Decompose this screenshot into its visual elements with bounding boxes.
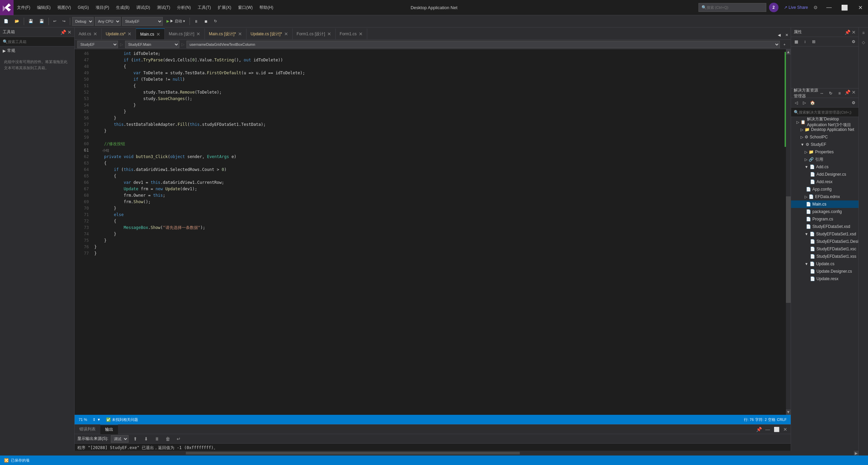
tree-dataset1-xsc[interactable]: 📄 StudyEFDataSet1.xsc [791, 245, 859, 253]
tree-add-designer[interactable]: 📄 Add.Designer.cs [791, 171, 859, 178]
open-button[interactable]: 📂 [12, 17, 22, 26]
toolbox-category-general[interactable]: ▶ 常规 [0, 46, 74, 55]
right-strip-btn-2[interactable]: ◇ [860, 38, 868, 46]
menu-git[interactable]: Git(G) [74, 0, 92, 15]
tree-schoolpc[interactable]: ▷ ⚙ SchoolPC [791, 133, 859, 141]
solution-search-input[interactable] [799, 110, 856, 114]
pin-icon[interactable]: 📌 [60, 30, 66, 35]
se-filter-button[interactable]: ≡ [836, 90, 843, 97]
code-lines[interactable]: int idToDelete; if (int.TryParse(dev1.Ce… [92, 49, 786, 415]
tree-dataset1-xss[interactable]: 📄 StudyEFDataSet1.xss [791, 253, 859, 260]
se-sync-button[interactable]: ↔ [818, 90, 826, 97]
tab-main-design[interactable]: Main.cs [设计] ✕ [165, 28, 205, 39]
class-dropdown[interactable]: StudyEF [77, 41, 118, 48]
scroll-thumb[interactable] [786, 196, 791, 303]
tree-solution-node[interactable]: ▷ 📋 解决方案'Desktop Application Net'(3个项目 [791, 118, 859, 126]
tab-update-cs-close[interactable]: ✕ [127, 31, 132, 37]
undo-button[interactable]: ↩ [51, 17, 59, 26]
menu-build[interactable]: 生成(B) [113, 0, 133, 15]
se-toolbar-settings[interactable]: ⚙ [850, 99, 857, 106]
tree-appconfig[interactable]: 📄 App.config [791, 186, 859, 193]
method-dropdown[interactable]: StudyEF.Main [125, 41, 179, 48]
redo-button[interactable]: ↪ [60, 17, 68, 26]
se-refresh-button[interactable]: ↻ [827, 90, 834, 97]
tab-update-cs[interactable]: Update.cs* ✕ [102, 28, 136, 39]
output-word-wrap-button[interactable]: ↵ [175, 435, 183, 443]
tree-add-cs[interactable]: ▼ 📄 Add.cs [791, 163, 859, 171]
tab-main-cs[interactable]: Main.cs ✕ [136, 28, 164, 39]
global-search-box[interactable]: 🔍 [698, 3, 766, 12]
right-strip-btn-1[interactable]: ≡ [860, 29, 868, 37]
properties-pin-icon[interactable]: 📌 [845, 30, 850, 35]
toolbar-btn-2[interactable]: ⏹ [202, 17, 210, 26]
notification-badge[interactable]: 2 [769, 3, 778, 12]
scroll-up-button[interactable]: ▲ [786, 49, 791, 55]
se-toolbar-forward[interactable]: ▷ [801, 99, 808, 106]
tab-add-cs[interactable]: Add.cs ✕ [75, 28, 102, 39]
tree-add-resx[interactable]: 📄 Add.resx [791, 178, 859, 186]
tree-properties[interactable]: ▷ 📁 Properties [791, 148, 859, 156]
startup-project-dropdown[interactable]: StudyEF [122, 17, 163, 26]
menu-debug[interactable]: 调试(D) [133, 0, 154, 15]
tab-scroll-left[interactable]: ◀ [775, 31, 783, 39]
menu-help[interactable]: 帮助(H) [256, 0, 277, 15]
tab-close-all[interactable]: ✕ [783, 31, 791, 39]
expand-editor-button[interactable]: + [781, 40, 788, 49]
member-dropdown[interactable]: usernameDataGridViewTextBoxColumn [186, 41, 780, 48]
menu-file[interactable]: 文件(F) [14, 0, 34, 15]
tab-update-design[interactable]: Update.cs [设计]* ✕ [246, 28, 293, 39]
save-button[interactable]: 💾 [26, 17, 36, 26]
output-maximize-button[interactable]: ⬜ [772, 425, 781, 433]
settings-icon[interactable]: ⚙ [813, 5, 818, 10]
toolbar-btn-1[interactable]: ⏸ [192, 17, 200, 26]
tree-program[interactable]: 📄 Program.cs [791, 215, 859, 223]
tab-error-list[interactable]: 错误列表 [75, 425, 100, 434]
prop-categories-button[interactable]: ⊞ [810, 38, 817, 45]
tab-form1-design-close[interactable]: ✕ [327, 31, 331, 37]
tree-desktop-app[interactable]: ▷ 📁 Desktop Application Net [791, 126, 859, 133]
output-toolbar-btn-2[interactable]: ⬇ [142, 435, 150, 443]
output-clear-button[interactable]: 🗑 [164, 435, 172, 443]
tab-main-design-close[interactable]: ✕ [196, 31, 200, 37]
toolbar-btn-3[interactable]: ↻ [212, 17, 219, 26]
tab-main-design2-close[interactable]: ✕ [238, 31, 242, 37]
maximize-button[interactable]: ⬜ [837, 0, 852, 15]
tab-main-design2[interactable]: Main.cs [设计]* ✕ [205, 28, 246, 39]
tab-form1-cs-close[interactable]: ✕ [359, 31, 363, 37]
scroll-down-button[interactable]: ▼ [786, 409, 791, 415]
se-pin-icon[interactable]: 📌 [845, 90, 850, 97]
menu-project[interactable]: 项目(P) [92, 0, 113, 15]
h-scroll-right[interactable]: ▶ [854, 451, 859, 456]
output-toolbar-btn-3[interactable]: ⏸ [153, 435, 161, 443]
minimize-button[interactable]: — [821, 0, 837, 15]
menu-extensions[interactable]: 扩展(X) [214, 0, 235, 15]
horizontal-scrollbar[interactable]: ▶ [19, 451, 859, 456]
debug-config-dropdown[interactable]: Debug [72, 17, 94, 26]
search-input[interactable] [707, 5, 761, 9]
output-close-button[interactable]: ✕ [781, 425, 789, 433]
prop-settings-button[interactable]: ⚙ [850, 38, 857, 45]
tab-update-design-close[interactable]: ✕ [284, 31, 288, 37]
toolbox-search-input[interactable] [8, 40, 72, 44]
menu-analyze[interactable]: 分析(N) [174, 0, 194, 15]
start-button[interactable]: ▶ ▶ 启动 ▾ [164, 17, 188, 26]
output-minimize-button[interactable]: — [764, 425, 772, 433]
tree-update-resx[interactable]: 📄 Update.resx [791, 275, 859, 283]
tab-form1-cs[interactable]: Form1.cs ✕ [336, 28, 367, 39]
se-close-icon[interactable]: ✕ [852, 90, 856, 97]
tab-main-cs-close[interactable]: ✕ [156, 32, 160, 37]
tree-main-cs[interactable]: 📄 Main.cs [791, 200, 859, 208]
tree-dataset1-designer[interactable]: 📄 StudyEFDataSet1.Designer.cs [791, 238, 859, 245]
save-all-button[interactable]: 💾 [37, 17, 46, 26]
tree-studyef[interactable]: ▼ ⚙ StudyEF [791, 141, 859, 148]
tree-efdata[interactable]: ▷ 📄 EFData.edmx [791, 193, 859, 200]
tree-update-cs[interactable]: ▼ 📄 Update.cs [791, 260, 859, 268]
tree-packages[interactable]: 📄 packages.config [791, 208, 859, 215]
menu-test[interactable]: 测试(T) [154, 0, 174, 15]
tree-dataset-xsd[interactable]: 📄 StudyEFDataSet.xsd [791, 223, 859, 230]
tree-update-designer[interactable]: 📄 Update.Designer.cs [791, 268, 859, 275]
output-pin-button[interactable]: 📌 [755, 425, 763, 433]
live-share-button[interactable]: ↗ Live Share [781, 5, 811, 10]
vertical-scrollbar[interactable]: ▲ ▼ [786, 49, 791, 415]
close-button[interactable]: ✕ [852, 0, 868, 15]
